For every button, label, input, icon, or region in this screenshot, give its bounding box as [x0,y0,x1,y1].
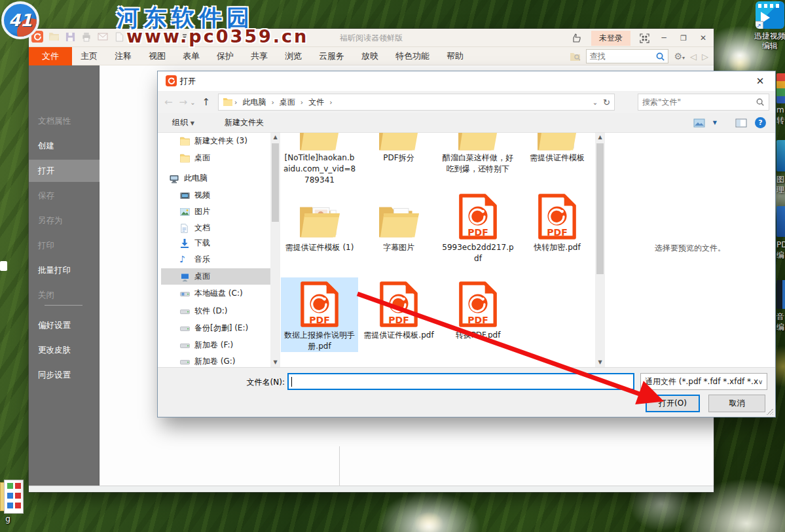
file-item[interactable]: 字幕图片 [360,190,437,253]
blank-page-icon[interactable] [113,31,125,43]
dialog-close-icon[interactable]: ✕ [752,71,769,91]
open-folder-icon[interactable] [48,31,60,43]
breadcrumb-item-此电脑[interactable]: 此电脑 [238,97,270,108]
tree-item-本地磁盘 (C:)[interactable]: 本地磁盘 (C:) [161,285,270,302]
file-list-scrollbar[interactable]: ▲▼ [595,133,605,367]
history-dropdown-icon[interactable]: ⌄ [190,99,195,106]
find-search-box[interactable] [586,49,668,63]
like-hand-icon[interactable] [572,33,582,43]
search-icon[interactable] [756,98,765,107]
file-menu-item-偏好设置[interactable]: 偏好设置 [29,315,100,335]
login-status-button[interactable]: 未登录 [591,31,630,46]
find-input[interactable] [589,52,655,61]
tab-主页[interactable]: 主页 [72,47,106,65]
tree-item-音乐[interactable]: ♪音乐 [161,251,270,268]
file-item[interactable]: 需提供证件模板 (1) [281,190,358,253]
tree-item-备份[勿删] (E:)[interactable]: 备份[勿删] (E:) [161,320,270,336]
file-item[interactable]: PDF拆分 [360,133,437,164]
dialog-search-input[interactable] [642,98,756,107]
tree-scrollbar[interactable]: ▲▼ [270,133,280,367]
file-menu-item-同步设置[interactable]: 同步设置 [29,365,100,385]
page-prev-icon[interactable]: ◁ [690,52,697,62]
tab-云服务[interactable]: 云服务 [310,47,353,65]
restore-button[interactable]: ❐ [678,34,689,43]
image-manager-desktop-icon[interactable] [776,140,785,171]
back-icon[interactable]: ← [164,96,173,108]
tree-item-新建文件夹 (3)[interactable]: 新建文件夹 (3) [161,133,270,149]
preview-pane-icon[interactable] [735,118,747,128]
breadcrumb-item-桌面[interactable]: 桌面 [276,97,299,108]
tree-item-视频[interactable]: 视频 [161,187,270,204]
hand-tool-icon[interactable]: ▾ [162,31,174,43]
video-editor-desktop-icon[interactable]: ↗ [756,1,784,29]
file-item[interactable]: PDF转换PDF.pdf [439,277,517,341]
tab-共享[interactable]: 共享 [242,47,276,65]
tab-放映[interactable]: 放映 [353,47,387,65]
address-dropdown-icon[interactable]: ⌄ [593,99,598,106]
file-menu-item-批量打印[interactable]: 批量打印 [29,260,100,280]
file-menu-item-创建[interactable]: 创建 [29,136,100,156]
tree-item-桌面[interactable]: 桌面 [161,268,270,285]
tree-item-文档[interactable]: 文档 [161,220,270,236]
file-item[interactable]: PDF快转加密.pdf [519,190,595,253]
tree-item-桌面[interactable]: 桌面 [161,150,270,166]
undo-icon[interactable]: ↺ [130,31,141,43]
search-folder-icon[interactable] [570,52,581,62]
dialog-search-box[interactable] [638,94,769,111]
file-item[interactable]: 需提供证件模板 [519,133,595,164]
partial-desktop-icon[interactable] [0,480,26,514]
tree-item-下载[interactable]: 下载 [161,235,270,251]
view-dropdown-icon[interactable]: ▼ [713,120,717,126]
mail-icon[interactable] [97,31,109,43]
breadcrumb[interactable]: › 此电脑›桌面›文件› ⌄ ↻ [218,94,615,111]
view-thumbnails-icon[interactable] [693,118,705,128]
forward-icon[interactable]: → [179,96,188,108]
breadcrumb-item-文件[interactable]: 文件 [304,97,328,108]
gear-icon[interactable]: ⚙▾ [674,51,685,62]
video-editor-icon-label[interactable]: 迅捷视频编辑 [753,31,785,52]
cancel-button[interactable]: 取消 [708,395,765,412]
file-item[interactable]: PDF数据上报操作说明手册.pdf [281,277,358,352]
file-item[interactable]: 醋溜白菜这样做，好吃到爆，还特别下 [439,133,517,175]
save-icon[interactable] [64,31,76,43]
filetype-select[interactable]: 通用文件 (*.pdf *.fdf *.xfdf *.x∨ [640,373,767,390]
tree-item-软件 (D:)[interactable]: 软件 (D:) [161,303,270,319]
open-button[interactable]: 打开(O) [646,395,700,412]
page-next-icon[interactable]: ▷ [702,52,708,62]
file-item[interactable]: PDF5993ecb2dd217.pdf [439,190,517,264]
file-item[interactable]: [NoTitle]haokan.baidu.com_v_vid=8789341 [281,133,358,186]
up-icon[interactable]: ↑ [202,96,211,108]
file-menu-item-打开[interactable]: 打开 [29,160,100,182]
filename-input[interactable] [287,373,634,390]
foxit-logo-icon[interactable] [31,31,43,43]
redo-icon[interactable]: ↻ [146,31,158,43]
tab-帮助[interactable]: 帮助 [438,47,472,65]
pdf-editor-desktop-icon[interactable] [776,206,785,237]
tree-item-新加卷 (G:)[interactable]: 新加卷 (G:) [161,353,270,367]
tab-视图[interactable]: 视图 [140,47,174,65]
close-window-button[interactable]: ✕ [698,33,708,43]
find-magnifier-icon[interactable] [655,52,665,62]
tree-item-图片[interactable]: 图片 [161,204,270,220]
customize-icon[interactable]: ▼ [179,31,191,43]
tab-特色功能[interactable]: 特色功能 [387,47,438,65]
new-folder-button[interactable]: 新建文件夹 [225,117,264,128]
tree-item-新加卷 (F:)[interactable]: 新加卷 (F:) [161,337,270,353]
tree-item-此电脑[interactable]: 此电脑 [161,170,270,186]
refresh-icon[interactable]: ↻ [603,98,610,107]
audio-editor-desktop-icon[interactable] [776,280,785,309]
minimize-button[interactable]: ─ [659,33,669,43]
file-item[interactable]: PDF需提供证件模板.pdf [360,277,437,341]
tab-表单[interactable]: 表单 [174,47,208,65]
help-icon[interactable]: ? [755,117,766,128]
tab-注释[interactable]: 注释 [106,47,140,65]
tab-保护[interactable]: 保护 [208,47,242,65]
video-converter-desktop-icon[interactable] [776,73,785,103]
organize-button[interactable]: 组织 ▼ [172,117,194,128]
tab-浏览[interactable]: 浏览 [276,47,310,65]
file-menu-item-更改皮肤[interactable]: 更改皮肤 [29,340,100,360]
tab-文件[interactable]: 文件 [29,47,72,65]
resize-grip[interactable] [767,408,773,415]
print-icon[interactable] [81,31,92,43]
expand-corners-icon[interactable] [640,33,649,43]
